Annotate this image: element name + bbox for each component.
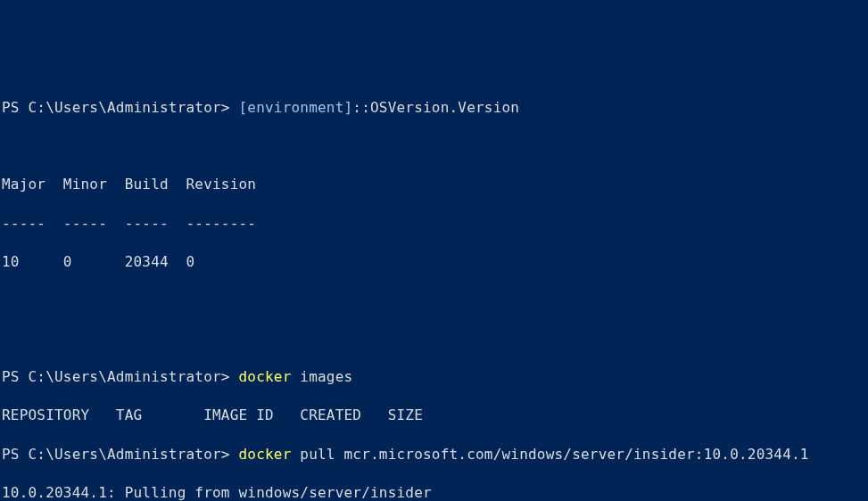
prompt: PS C:\Users\Administrator> — [2, 368, 239, 385]
powershell-console[interactable]: PS C:\Users\Administrator> [environment]… — [2, 78, 866, 501]
val-revision: 0 — [186, 253, 195, 270]
command-line-docker-pull: PS C:\Users\Administrator> docker pull m… — [2, 445, 866, 464]
prompt: PS C:\Users\Administrator> — [2, 99, 239, 116]
table-row: 10 0 20344 0 — [2, 252, 866, 272]
col-major: Major — [2, 176, 45, 193]
command-token: ::OSVersion.Version — [352, 99, 519, 116]
val-minor: 0 — [63, 253, 72, 270]
prompt: PS C:\Users\Administrator> — [2, 446, 239, 463]
command-line-osversion: PS C:\Users\Administrator> [environment]… — [2, 98, 866, 118]
output-line: 10.0.20344.1: Pulling from windows/serve… — [2, 483, 866, 501]
command-token: images — [292, 368, 353, 385]
command-token-docker: docker — [239, 368, 292, 385]
table-divider-row: ----- ----- ----- -------- — [2, 214, 866, 234]
command-token-docker: docker — [239, 446, 292, 463]
table-header-row: REPOSITORY TAG IMAGE ID CREATED SIZE — [2, 406, 866, 425]
val-major: 10 — [2, 253, 20, 270]
col-minor: Minor — [63, 176, 107, 193]
command-line-docker-images-1: PS C:\Users\Administrator> docker images — [2, 367, 866, 387]
blank-line — [2, 136, 866, 156]
col-build: Build — [125, 176, 169, 193]
command-token: [environment] — [239, 99, 353, 116]
val-build: 20344 — [125, 253, 169, 270]
command-token: pull mcr.microsoft.com/windows/server/in… — [292, 446, 809, 463]
col-revision: Revision — [186, 176, 257, 193]
table-header-row: Major Minor Build Revision — [2, 175, 866, 194]
blank-line — [2, 329, 866, 349]
blank-line — [2, 291, 866, 310]
